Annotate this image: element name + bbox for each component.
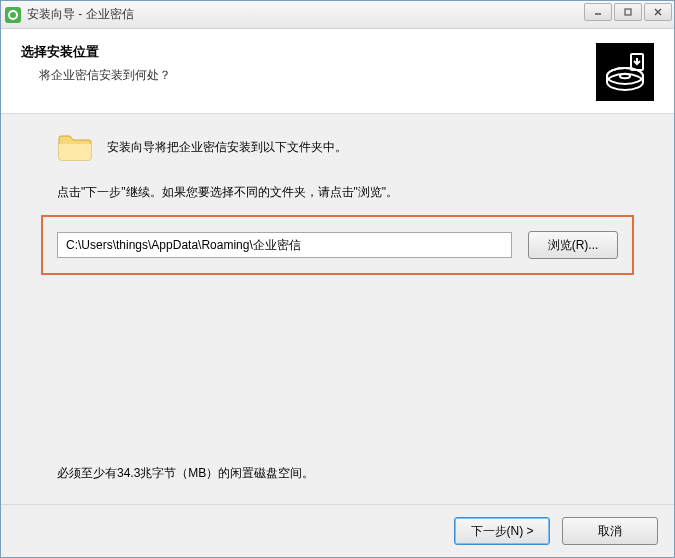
installer-window: 安装向导 - 企业密信 选择安装位置 将企业密信安装到何处？ <box>0 0 675 558</box>
instruction-text: 点击"下一步"继续。如果您要选择不同的文件夹，请点击"浏览"。 <box>57 184 634 201</box>
header-panel: 选择安装位置 将企业密信安装到何处？ <box>1 29 674 114</box>
app-icon <box>5 7 21 23</box>
install-info-row: 安装向导将把企业密信安装到以下文件夹中。 <box>57 132 634 162</box>
next-button[interactable]: 下一步(N) > <box>454 517 550 545</box>
folder-icon <box>57 132 93 162</box>
maximize-button[interactable] <box>614 3 642 21</box>
disk-space-text: 必须至少有34.3兆字节（MB）的闲置磁盘空间。 <box>57 465 634 482</box>
content-area: 安装向导将把企业密信安装到以下文件夹中。 点击"下一步"继续。如果您要选择不同的… <box>1 114 674 504</box>
close-button[interactable] <box>644 3 672 21</box>
browse-button[interactable]: 浏览(R)... <box>528 231 618 259</box>
install-info-text: 安装向导将把企业密信安装到以下文件夹中。 <box>107 139 347 156</box>
page-subheading: 将企业密信安装到何处？ <box>21 67 171 84</box>
installer-disc-icon <box>596 43 654 101</box>
path-highlight-box: 浏览(R)... <box>41 215 634 275</box>
spacer <box>41 285 634 465</box>
svg-point-8 <box>620 74 630 78</box>
window-controls <box>584 3 672 21</box>
install-path-input[interactable] <box>57 232 512 258</box>
svg-rect-3 <box>625 9 631 15</box>
window-title: 安装向导 - 企业密信 <box>27 6 134 23</box>
page-heading: 选择安装位置 <box>21 43 171 61</box>
header-text: 选择安装位置 将企业密信安装到何处？ <box>21 43 171 84</box>
cancel-button[interactable]: 取消 <box>562 517 658 545</box>
titlebar: 安装向导 - 企业密信 <box>1 1 674 29</box>
svg-point-1 <box>10 12 16 18</box>
minimize-button[interactable] <box>584 3 612 21</box>
footer: 下一步(N) > 取消 <box>1 504 674 557</box>
